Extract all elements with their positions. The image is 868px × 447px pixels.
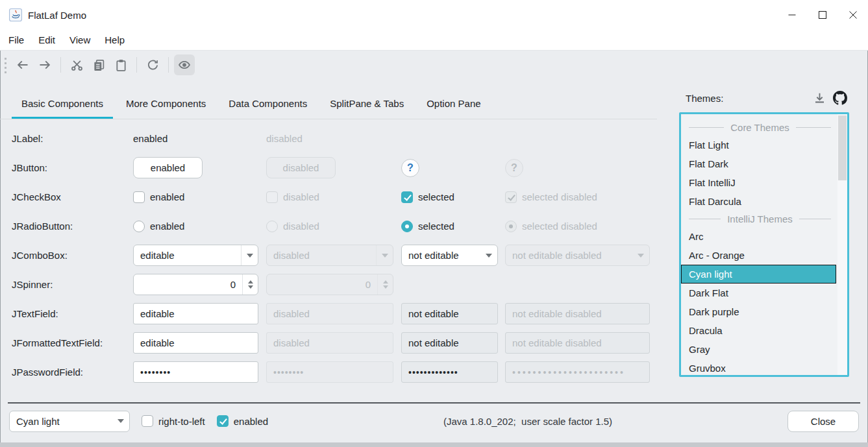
- java-version-info: (Java 1.8.0_202; user scale factor 1.5): [280, 416, 776, 427]
- theme-item-arc-orange[interactable]: Arc - Orange: [681, 246, 836, 265]
- tab-more-components[interactable]: More Components: [116, 90, 216, 119]
- theme-item-dark-purple[interactable]: Dark purple: [681, 302, 836, 321]
- jlabel-row-label: JLabel:: [12, 133, 133, 144]
- chevron-down-icon: [638, 254, 644, 258]
- radio-enabled[interactable]: enabled: [133, 221, 184, 232]
- checkbox-icon: [142, 415, 153, 427]
- checkbox-enabled[interactable]: enabled: [133, 191, 184, 203]
- right-to-left-checkbox[interactable]: right-to-left: [142, 415, 205, 427]
- spinner-enabled[interactable]: 0: [133, 274, 258, 295]
- close-window-button[interactable]: [837, 0, 868, 30]
- window-controls: [776, 0, 868, 30]
- combobox-arrow-button[interactable]: [241, 245, 258, 265]
- theme-item-gruvbox[interactable]: Gruvbox: [681, 359, 836, 377]
- radio-selected[interactable]: selected: [401, 221, 454, 232]
- toolbar-grip-handle[interactable]: [3, 56, 8, 73]
- jpasswordfield-row-label: JPasswordField:: [12, 367, 133, 378]
- toolbar: [0, 51, 868, 79]
- theme-item-dracula[interactable]: Dracula: [681, 321, 836, 340]
- theme-item-flat-dark[interactable]: Flat Dark: [681, 154, 836, 173]
- jbutton-row-label: JButton:: [12, 162, 133, 173]
- theme-item-gray[interactable]: Gray: [681, 340, 836, 359]
- combobox-disabled: disabled: [266, 245, 393, 266]
- radio-icon: [133, 221, 145, 232]
- checkbox-checked-icon: [505, 191, 517, 203]
- titlebar: FlatLaf Demo: [0, 0, 868, 30]
- themes-group-separator: IntelliJ Themes: [681, 211, 836, 227]
- look-and-feel-combobox[interactable]: Cyan light: [9, 411, 130, 432]
- close-icon: [849, 11, 857, 19]
- tab-data-components[interactable]: Data Components: [219, 90, 317, 119]
- theme-item-dark-flat[interactable]: Dark Flat: [681, 284, 836, 302]
- checkbox-checked-icon: [217, 415, 229, 427]
- forward-button[interactable]: [34, 54, 55, 75]
- show-hide-toggle-button[interactable]: [174, 54, 195, 75]
- paste-button[interactable]: [110, 54, 131, 75]
- help-button[interactable]: ?: [401, 159, 419, 177]
- refresh-icon: [147, 59, 159, 71]
- spinner-buttons[interactable]: [242, 274, 258, 295]
- main-content: Basic Components More Components Data Co…: [0, 79, 868, 402]
- jlabel-disabled: disabled: [266, 133, 303, 144]
- window: FlatLaf Demo File Edit View Help: [0, 0, 868, 447]
- copy-button[interactable]: [88, 54, 109, 75]
- radio-icon: [266, 221, 278, 232]
- maximize-button[interactable]: [807, 0, 837, 30]
- theme-item-flat-intellij[interactable]: Flat IntelliJ: [681, 173, 836, 192]
- window-bottom-edge: [0, 442, 868, 447]
- chevron-down-icon: [118, 419, 124, 423]
- back-button[interactable]: [12, 54, 33, 75]
- back-icon: [16, 58, 29, 71]
- menu-file[interactable]: File: [1, 30, 31, 50]
- jcheckbox-row-label: JCheckBox: [12, 191, 133, 202]
- checkbox-selected[interactable]: selected: [401, 191, 454, 203]
- minimize-button[interactable]: [776, 0, 807, 30]
- textfield-not-editable-disabled: not editable disabled: [505, 303, 650, 324]
- toolbar-separator: [136, 57, 137, 73]
- tab-basic-components[interactable]: Basic Components: [12, 90, 113, 119]
- theme-item-arc[interactable]: Arc: [681, 227, 836, 246]
- cut-button[interactable]: [66, 54, 87, 75]
- spinner-up-icon: [248, 280, 253, 284]
- github-icon: [833, 91, 847, 105]
- passwordfield-editable[interactable]: ••••••••: [133, 361, 258, 383]
- scrollbar-thumb[interactable]: [838, 115, 847, 180]
- maximize-icon: [819, 11, 826, 19]
- themes-scrollbar[interactable]: [837, 114, 847, 375]
- theme-item-flat-darcula[interactable]: Flat Darcula: [681, 192, 836, 211]
- textfield-not-editable: not editable: [401, 303, 498, 324]
- checkbox-icon: [133, 191, 145, 203]
- combobox-not-editable[interactable]: not editable: [401, 245, 498, 266]
- jbutton-enabled[interactable]: enabled: [133, 157, 203, 178]
- chevron-down-icon: [486, 254, 492, 258]
- tab-option-pane[interactable]: Option Pane: [417, 90, 490, 119]
- menu-view[interactable]: View: [62, 30, 97, 50]
- download-button[interactable]: [812, 90, 827, 106]
- chevron-down-icon: [247, 254, 253, 258]
- jspinner-row-label: JSpinner:: [12, 279, 133, 290]
- formatted-textfield-editable[interactable]: editable: [133, 332, 258, 354]
- themes-list: Core Themes Flat Light Flat Dark Flat In…: [679, 112, 849, 377]
- java-cup-icon: [9, 8, 22, 21]
- tab-splitpane-tabs[interactable]: SplitPane & Tabs: [320, 90, 414, 119]
- passwordfield-not-editable: •••••••••••••: [401, 361, 498, 383]
- enabled-checkbox[interactable]: enabled: [217, 415, 268, 427]
- github-button[interactable]: [832, 90, 848, 106]
- eye-icon: [178, 58, 191, 71]
- menu-help[interactable]: Help: [97, 30, 132, 50]
- close-button[interactable]: Close: [787, 411, 859, 432]
- theme-item-cyan-light-selected[interactable]: Cyan light: [681, 265, 836, 284]
- menu-edit[interactable]: Edit: [31, 30, 62, 50]
- textfield-editable[interactable]: editable: [133, 303, 258, 324]
- combobox-editable[interactable]: editable: [133, 245, 258, 266]
- combobox-arrow-button[interactable]: [480, 245, 497, 265]
- toolbar-separator: [60, 57, 61, 73]
- menubar: File Edit View Help: [0, 30, 868, 51]
- radio-disabled: disabled: [266, 221, 319, 232]
- combobox-arrow-button: [376, 245, 393, 265]
- jlabel-enabled: enabled: [133, 133, 167, 144]
- refresh-button[interactable]: [142, 54, 163, 75]
- theme-item-flat-light[interactable]: Flat Light: [681, 136, 836, 154]
- combobox-arrow-button[interactable]: [112, 411, 129, 431]
- jbutton-disabled: disabled: [266, 157, 336, 178]
